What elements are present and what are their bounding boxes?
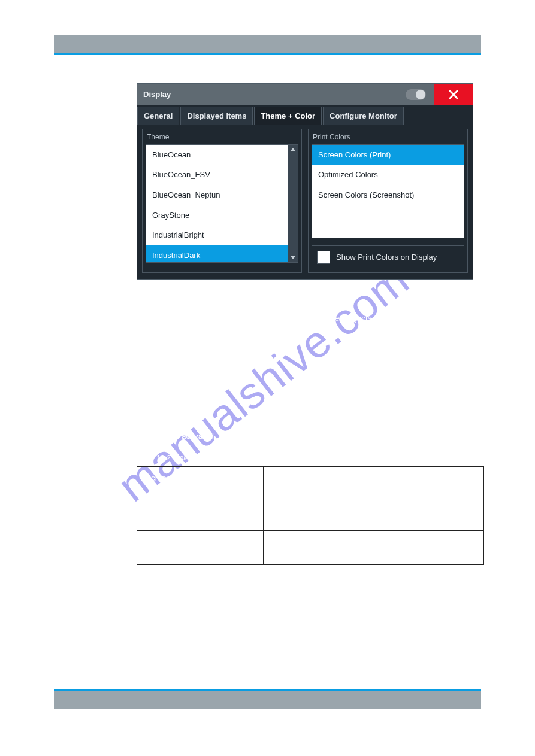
- footer-left: User Manual 1179.5860.02 ─ 12: [54, 720, 158, 730]
- tab-bar: GeneralDisplayed ItemsTheme + ColorConfi…: [137, 105, 473, 125]
- header-right: Common instrument settings: [383, 16, 475, 25]
- theme-item[interactable]: BlueOcean: [146, 145, 298, 165]
- footer-right: 723: [463, 720, 475, 730]
- tab-general[interactable]: General: [137, 107, 179, 125]
- table-caption: Table 10-2: Color setting options: [137, 453, 475, 463]
- dialog-title: Display: [143, 89, 171, 100]
- header-left: R&S®FPL1000: [54, 16, 103, 25]
- theme-remote-label: Remote command:: [54, 354, 475, 365]
- color-options-table: "Screen Colors (Print)"The current scree…: [137, 466, 484, 565]
- theme-listbox[interactable]: BlueOceanBlueOcean_FSVBlueOcean_NeptunGr…: [146, 144, 298, 263]
- table-cell-description: The current screen colors without any ch…: [264, 531, 484, 564]
- page-footer-band: [54, 689, 481, 709]
- table-cell-description: The current screen colors are used for t…: [264, 466, 484, 508]
- page-header-band: [54, 35, 481, 55]
- table-row: "Screen Colors (Print)"The current scree…: [137, 466, 484, 508]
- access-line: Access: [Setup] > "Display" > "Theme + C…: [54, 63, 475, 72]
- close-icon: [447, 88, 460, 101]
- dialog-toggle[interactable]: [406, 89, 426, 100]
- theme-item[interactable]: IndustrialBright: [146, 225, 298, 245]
- display-dialog: Display GeneralDisplayed ItemsTheme + Co…: [137, 83, 473, 280]
- remote-command-label: Remote command:: [54, 576, 475, 587]
- print-color-item[interactable]: Screen Colors (Screenshot): [312, 185, 464, 205]
- print-color-item[interactable]: Screen Colors (Print): [312, 145, 464, 165]
- print-color-item[interactable]: Optimized Colors: [312, 165, 464, 185]
- theme-item[interactable]: GrayStone: [146, 205, 298, 226]
- table-row: "Optimized Colors"Optimized color settin…: [137, 508, 484, 531]
- dialog-title-bar: Display: [137, 84, 473, 105]
- close-button[interactable]: [434, 84, 473, 105]
- print-colors-listbox[interactable]: Screen Colors (Print)Optimized ColorsScr…: [312, 144, 464, 238]
- theme-panel: Theme BlueOceanBlueOcean_FSVBlueOcean_Ne…: [142, 129, 302, 273]
- show-print-colors-row[interactable]: Show Print Colors on Display: [312, 245, 464, 269]
- scrollbar[interactable]: [288, 145, 298, 262]
- theme-item[interactable]: BlueOcean_FSV: [146, 165, 298, 185]
- printcolors-opt: If "Show Print Colors on Display" is act…: [54, 431, 475, 442]
- print-colors-label: Print Colors: [312, 132, 464, 142]
- theme-item[interactable]: IndustrialDark: [146, 245, 298, 262]
- remote-command: HCOPy:CMAP<it>:DEFault<ci>: [54, 588, 475, 599]
- theme-subtitle: Theme: [54, 293, 475, 303]
- page-header-text: R&S®FPL1000 Common instrument settings: [54, 16, 475, 25]
- table-cell-description: Optimized color settings are used; impro…: [264, 508, 484, 531]
- printcolors-desc: Defines the color settings used for prin…: [54, 411, 475, 421]
- theme-item[interactable]: BlueOcean_Neptun: [146, 185, 298, 205]
- show-print-colors-label: Show Print Colors on Display: [336, 252, 437, 263]
- theme-default: The default theme is "IndustrialDark".: [54, 333, 475, 344]
- table-cell-option: "Optimized Colors": [137, 508, 264, 531]
- table-cell-option: "Screen Colors (Print)": [137, 466, 264, 508]
- table-cell-option: "Screen Colors (Screenshot)": [137, 531, 264, 564]
- show-print-colors-checkbox[interactable]: [317, 251, 330, 264]
- print-colors-panel: Print Colors Screen Colors (Print)Optimi…: [308, 129, 468, 273]
- printcolors-subtitle: Print Colors: [54, 390, 475, 401]
- tab-displayed-items[interactable]: Displayed Items: [180, 107, 253, 125]
- tab-theme-color[interactable]: Theme + Color: [254, 107, 322, 125]
- table-row: "Screen Colors (Screenshot)"The current …: [137, 531, 484, 564]
- tab-configure-monitor[interactable]: Configure Monitor: [323, 107, 404, 125]
- theme-label: Theme: [146, 132, 298, 142]
- theme-desc: The theme defines the colors and style u…: [54, 313, 475, 324]
- theme-remote-cmd: DISPlay:THEMe:SELect: [54, 366, 475, 377]
